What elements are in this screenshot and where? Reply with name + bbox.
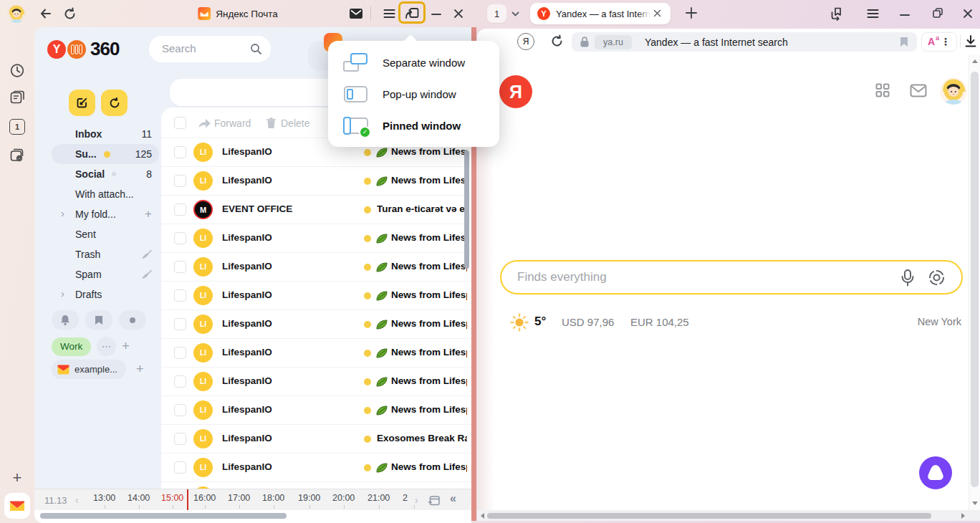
timeline-time[interactable]: 2 (403, 493, 408, 503)
message-checkbox[interactable] (174, 375, 186, 388)
minimize-button[interactable] (431, 13, 441, 16)
dot-pill-icon[interactable] (119, 310, 146, 330)
timeline-prev-icon[interactable]: ‹ (75, 494, 79, 506)
message-checkbox[interactable] (174, 318, 186, 330)
translate-icon[interactable]: A (928, 36, 935, 47)
page-refresh-button[interactable] (550, 34, 564, 48)
message-row[interactable]: LILifespanIONews from Lifesp (161, 395, 471, 424)
usd-rate[interactable]: USD 97,96 (562, 316, 614, 328)
horizontal-scroll-thumb[interactable] (487, 513, 931, 519)
folder-trash[interactable]: Trash (52, 244, 159, 264)
compose-button[interactable] (69, 90, 95, 116)
browser-close-button[interactable] (962, 8, 974, 19)
mail-vertical-scrollbar[interactable] (464, 150, 469, 269)
history-icon[interactable] (10, 63, 25, 78)
folder-social[interactable]: Social8 (52, 164, 159, 184)
reminders-bell-icon[interactable] (52, 310, 79, 330)
select-all-checkbox[interactable] (174, 117, 186, 129)
tab-close-icon[interactable] (653, 9, 661, 17)
browser-minimize-button[interactable] (900, 14, 910, 16)
mail-refresh-button[interactable] (101, 90, 128, 116)
timeline-time[interactable]: 20:00 (332, 493, 355, 503)
scroll-down-icon[interactable] (972, 502, 978, 505)
chevron-right-icon[interactable]: › (61, 287, 64, 299)
message-checkbox[interactable] (174, 175, 186, 187)
timeline-time[interactable]: 14:00 (128, 493, 150, 503)
label-work[interactable]: Work (52, 337, 91, 356)
message-checkbox[interactable] (174, 146, 186, 158)
yandex-page-logo[interactable]: Я (499, 75, 532, 108)
refresh-button[interactable] (63, 7, 77, 21)
folder-drafts[interactable]: ›Drafts (52, 284, 159, 304)
mail-app-icon[interactable] (4, 493, 30, 519)
folder-su[interactable]: Su...125 (52, 144, 159, 164)
timeline-time[interactable]: 17:00 (228, 493, 250, 503)
screenshot-icon[interactable] (9, 148, 25, 163)
folder-with-attach[interactable]: With attach... (52, 184, 159, 204)
page-search-input[interactable] (516, 269, 877, 285)
mail-icon[interactable] (910, 84, 927, 97)
message-checkbox[interactable] (174, 203, 186, 216)
folder-sent[interactable]: Sent (52, 224, 159, 244)
collapse-timeline-icon[interactable]: « (450, 492, 456, 505)
message-row[interactable]: LILifespanIONews from Lifesp (161, 367, 471, 395)
broom-icon[interactable] (141, 270, 152, 279)
user-avatar[interactable] (7, 4, 26, 23)
new-tab-icon[interactable] (685, 6, 698, 19)
voice-search-icon[interactable] (900, 269, 916, 287)
message-checkbox[interactable] (174, 347, 186, 359)
timeline-time[interactable]: 16:00 (193, 493, 216, 503)
tab-counter-button[interactable]: 1 (487, 4, 506, 23)
apps-grid-icon[interactable] (875, 83, 890, 97)
menu-hamburger-icon[interactable] (383, 9, 395, 19)
timeline-time[interactable]: 13:00 (93, 493, 115, 503)
browser-restore-button[interactable] (932, 7, 943, 19)
chevron-right-icon[interactable]: › (61, 207, 64, 219)
scroll-up-icon[interactable] (972, 59, 978, 63)
message-checkbox[interactable] (174, 404, 186, 416)
mail-search-input[interactable] (160, 42, 248, 55)
vertical-scroll-thumb[interactable] (971, 72, 979, 487)
add-folder-icon[interactable]: + (145, 207, 152, 221)
message-checkbox[interactable] (174, 261, 186, 273)
message-checkbox[interactable] (174, 289, 186, 302)
timeline-time[interactable]: 15:00 (161, 493, 183, 503)
rail-add-icon[interactable]: + (13, 469, 22, 487)
tabs-count-button[interactable]: 1 (9, 119, 25, 135)
weather-temp[interactable]: 5° (534, 315, 546, 329)
scroll-right-icon[interactable] (961, 513, 965, 519)
alice-assistant-button[interactable] (919, 456, 952, 489)
notes-icon[interactable] (10, 90, 25, 105)
timeline-next-icon[interactable]: › (415, 494, 418, 506)
folder-my-fold[interactable]: ›My fold...+ (52, 204, 159, 224)
eur-rate[interactable]: EUR 104,25 (630, 316, 689, 328)
menu-item-separate-window[interactable]: Separate window (328, 47, 499, 78)
message-row[interactable]: LILifespanIONews from Lifesp (161, 310, 471, 338)
image-search-icon[interactable] (928, 269, 946, 287)
bookmark-pill-icon[interactable] (85, 310, 112, 330)
add-label-icon[interactable]: + (122, 339, 130, 354)
delete-button[interactable]: Delete (281, 117, 309, 129)
address-more-icon[interactable]: ⋮ (941, 36, 951, 47)
broom-icon[interactable] (141, 250, 152, 259)
labels-more-icon[interactable]: ⋯ (97, 337, 116, 356)
scroll-left-icon[interactable] (481, 513, 484, 519)
message-row[interactable]: LILifespanIONews from Lifesp (161, 166, 471, 195)
message-checkbox[interactable] (174, 232, 186, 244)
timeline-time[interactable]: 18:00 (262, 493, 284, 503)
timeline-time[interactable]: 21:00 (368, 493, 390, 503)
folder-inbox[interactable]: Inbox11 (52, 124, 159, 144)
side-panels-icon[interactable] (830, 6, 844, 21)
search-icon[interactable] (250, 43, 261, 54)
mail-horizontal-scrollbar[interactable] (40, 513, 287, 519)
message-row[interactable]: LILifespanIONews from Lifesp (161, 224, 471, 252)
mail-envelope-icon[interactable] (349, 8, 363, 19)
yandex-home-button[interactable]: Я (517, 33, 534, 50)
tab-list-chevron-icon[interactable] (511, 11, 519, 16)
browser-menu-icon[interactable] (867, 9, 879, 19)
download-icon[interactable] (964, 34, 977, 48)
profile-avatar[interactable] (940, 77, 967, 105)
page-vertical-scrollbar[interactable] (969, 54, 980, 510)
back-button[interactable] (39, 6, 53, 21)
active-tab[interactable]: Y Yandex — a fast Interne (530, 3, 671, 24)
